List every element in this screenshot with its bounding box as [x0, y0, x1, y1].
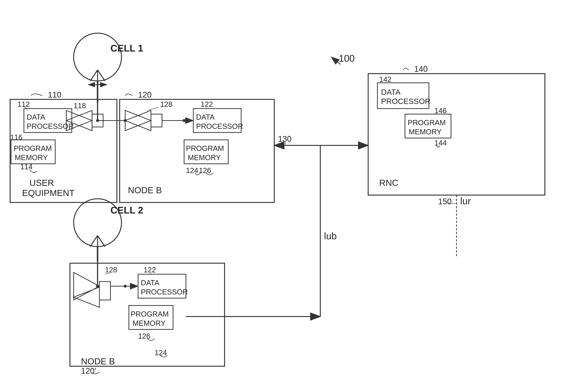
dp3-label1: DATA [141, 279, 159, 287]
svg-point-9 [96, 119, 99, 122]
svg-line-1 [98, 70, 105, 81]
nodeb-top-label: NODE B [128, 185, 162, 195]
nodeb-bottom-label: NODE B [81, 357, 115, 366]
ref-126-bottom: 126 [138, 332, 150, 340]
svg-point-26 [124, 285, 127, 288]
dp3-label2: PROCESSOR [141, 288, 188, 296]
ref-140: 140 [414, 64, 428, 73]
ref-110: 110 [48, 90, 61, 99]
diagram-container: CELL 1 110 DATA PROCESSOR 112 PROGRAM ME… [0, 0, 562, 392]
dp4-label2: PROCESSOR [381, 97, 430, 106]
svg-point-15 [183, 119, 186, 122]
cell2-label: CELL 2 [110, 205, 143, 216]
ref-122-bottom: 122 [144, 266, 156, 274]
ref-142: 142 [379, 75, 392, 83]
svg-line-0 [90, 70, 98, 81]
ref-114: 114 [20, 163, 33, 171]
lur-label: lur [460, 196, 471, 206]
ref-128-top: 128 [160, 100, 173, 108]
lub-label: lub [324, 231, 337, 241]
ref-112: 112 [17, 100, 30, 108]
dp2-label2: PROCESSOR [196, 122, 243, 130]
ref-120: 120 [138, 90, 152, 99]
pm1-label1: PROGRAM [14, 144, 52, 152]
pm4-label2: MEMORY [409, 128, 442, 136]
dp2-label1: DATA [196, 113, 215, 121]
ref-146: 146 [434, 106, 447, 115]
pm4-label1: PROGRAM [408, 118, 446, 127]
rnc-label: RNC [379, 178, 398, 188]
transceiver3-rect [99, 282, 110, 300]
dp1-label2: PROCESSOR [27, 122, 74, 130]
pm3-label1: PROGRAM [131, 310, 169, 318]
pm1-label2: MEMORY [15, 153, 48, 161]
pm2-label1: PROGRAM [186, 144, 224, 152]
transceiver2-rect [151, 114, 162, 127]
svg-line-11 [147, 107, 158, 110]
ref-124-top: 124 [186, 166, 198, 174]
dp4-label1: DATA [381, 88, 400, 96]
pm3-label2: MEMORY [132, 319, 165, 327]
transceiver3-tri2 [74, 287, 99, 307]
svg-point-24 [96, 285, 99, 288]
ref-116: 116 [10, 133, 23, 141]
pm2-label2: MEMORY [188, 153, 221, 161]
svg-line-17 [98, 236, 105, 247]
ue-label2: EQUIPMENT [22, 188, 75, 198]
ref-118: 118 [74, 102, 86, 110]
ref-122-top: 122 [201, 100, 213, 108]
ref-100: 100 [339, 53, 355, 64]
ref-150: 150 [438, 197, 452, 206]
dp1-label1: DATA [27, 113, 45, 121]
svg-point-13 [124, 119, 127, 122]
transceiver2-tri2 [125, 110, 151, 131]
ref-130: 130 [278, 134, 291, 143]
transceiver2-tri1 [125, 110, 151, 131]
cell1-label: CELL 1 [110, 43, 143, 54]
ref-128-bottom: 128 [105, 266, 117, 274]
ue-label1: USER [29, 178, 54, 188]
svg-line-16 [90, 236, 98, 247]
